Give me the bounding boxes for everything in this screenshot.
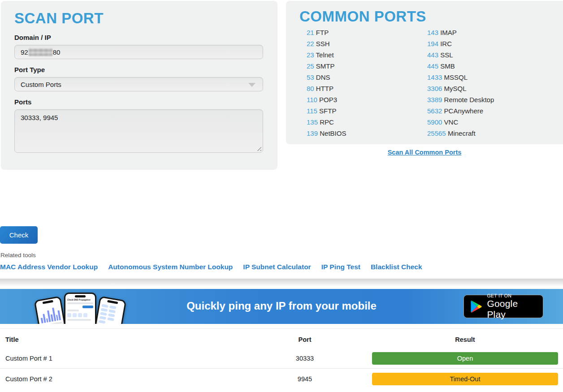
common-port-item: 139 NetBIOS [307,128,346,139]
table-row: Custom Port # 2 9945 Timed-Out [0,373,563,388]
port-name: MySQL [444,85,467,92]
port-name: HTTP [316,85,333,92]
related-tools-links: MAC Address Vendor Lookup Autonomous Sys… [0,263,422,271]
ports-textarea[interactable]: 30333, 9945 [14,109,263,153]
related-tool-link[interactable]: Blacklist Check [371,263,422,271]
port-number: 25565 [427,129,446,137]
port-number: 5900 [427,118,442,126]
common-port-item: 135 RPC [307,116,346,128]
phone-screen-title: Check DNS Propagation [67,299,93,301]
column-header-title: Title [5,336,19,343]
result-status-badge: Open [372,352,558,365]
port-name: VNC [444,118,459,126]
domain-ip-value-suffix: 80 [53,48,61,56]
domain-ip-label: Domain / IP [14,34,264,41]
port-type-select[interactable]: Custom Ports [14,77,263,91]
port-number: 22 [307,40,314,47]
port-name: IMAP [440,29,457,36]
port-type-label: Port Type [14,66,264,73]
row-title-cell: Custom Port # 1 [5,355,52,362]
related-tools-label: Related tools [0,252,36,258]
related-tool-link[interactable]: Autonomous System Number Lookup [108,263,233,271]
row-port-cell: 30333 [260,355,350,362]
port-number: 135 [307,118,318,126]
google-play-icon [471,300,482,313]
chevron-down-icon [248,83,256,87]
port-name: SSL [440,51,453,59]
redacted-ip-segment [29,48,52,56]
common-port-item: 5632 PCAnywhere [427,105,494,116]
port-number: 23 [307,51,314,59]
port-name: SMTP [316,62,335,70]
play-badge-texts: GET IT ON Google Play [487,293,536,320]
common-port-item: 445 SMB [427,60,494,72]
column-header-port: Port [260,336,350,343]
row-port-cell: 9945 [260,375,350,383]
phone-mockup-center: Check DNS Propagation [64,293,96,324]
ports-value: 30333, 9945 [21,114,58,121]
related-tool-link[interactable]: IP Ping Test [321,263,360,271]
port-name: FTP [316,29,329,36]
resize-handle[interactable] [256,146,261,151]
play-badge-line1: GET IT ON [487,293,536,298]
related-tool-link[interactable]: MAC Address Vendor Lookup [0,263,98,271]
port-number: 5632 [427,107,442,115]
port-name: Minecraft [448,129,476,137]
scan-results-table: Title Port Result Custom Port # 1 30333 … [0,324,563,392]
port-name: IRC [440,40,452,47]
port-number: 445 [427,62,438,70]
section-divider-strip [0,279,563,286]
result-status-badge: Timed-Out [372,373,558,385]
port-name: DNS [316,73,330,81]
table-top-border [0,328,563,329]
port-number: 143 [427,29,438,36]
common-ports-panel: COMMON PORTS 21 FTP 22 SSH 23 Telnet 25 … [286,1,563,144]
port-number: 53 [307,73,314,81]
common-ports-title: COMMON PORTS [299,8,560,25]
port-name: Remote Desktop [444,96,494,103]
port-number: 1433 [427,73,442,81]
common-port-item: 22 SSH [307,38,346,49]
port-number: 80 [307,85,314,92]
common-ports-right-column: 143 IMAP 194 IRC 443 SSL 445 SMB 1433 MS… [427,27,494,139]
port-name: SSH [316,40,330,47]
port-name: RPC [320,118,334,126]
common-port-item: 3306 MySQL [427,83,494,94]
port-name: POP3 [319,96,337,103]
port-number: 110 [307,96,317,103]
port-name: SFTP [319,107,336,115]
mobile-app-banner: Check DNS Propagation [0,289,563,324]
port-scanner-page: SCAN PORT Domain / IP 92 80 Port Type Cu… [0,0,563,392]
scan-all-wrap: Scan All Common Ports [286,148,563,156]
port-number: 194 [427,40,438,47]
port-name: Telnet [316,51,334,59]
port-number: 443 [427,51,438,59]
check-button[interactable]: Check [0,226,38,244]
domain-ip-input[interactable]: 92 80 [14,45,263,59]
play-badge-line2: Google Play [487,298,536,320]
row-divider [0,368,563,369]
port-number: 25 [307,62,314,70]
scan-port-panel: SCAN PORT Domain / IP 92 80 Port Type Cu… [1,1,277,170]
related-tool-link[interactable]: IP Subnet Calculator [243,263,311,271]
common-port-item: 3389 Remote Desktop [427,94,494,105]
port-name: MSSQL [444,73,468,81]
common-port-item: 143 IMAP [427,27,494,38]
ports-label: Ports [14,98,264,106]
common-port-item: 1433 MSSQL [427,72,494,83]
common-port-item: 194 IRC [427,38,494,49]
scan-port-title: SCAN PORT [14,10,264,27]
common-port-item: 5900 VNC [427,116,494,128]
mini-button [82,306,93,308]
port-number: 3306 [427,85,442,92]
common-port-item: 110 POP3 [307,94,346,105]
common-port-item: 53 DNS [307,72,346,83]
google-play-badge[interactable]: GET IT ON Google Play [463,295,543,318]
common-port-item: 21 FTP [307,27,346,38]
port-name: NetBIOS [320,129,346,137]
port-number: 21 [307,29,314,36]
scan-all-common-ports-link[interactable]: Scan All Common Ports [388,149,462,156]
row-title-cell: Custom Port # 2 [5,375,52,383]
port-number: 3389 [427,96,442,103]
column-header-result: Result [372,336,558,343]
